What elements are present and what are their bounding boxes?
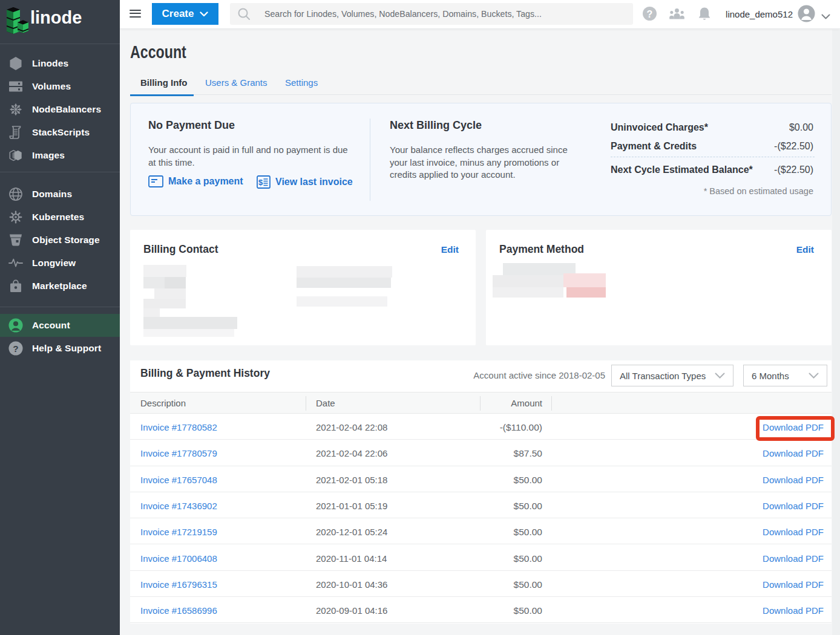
svg-text:?: ? bbox=[13, 344, 18, 354]
svg-text:?: ? bbox=[647, 9, 653, 19]
svg-text:$: $ bbox=[258, 178, 263, 187]
